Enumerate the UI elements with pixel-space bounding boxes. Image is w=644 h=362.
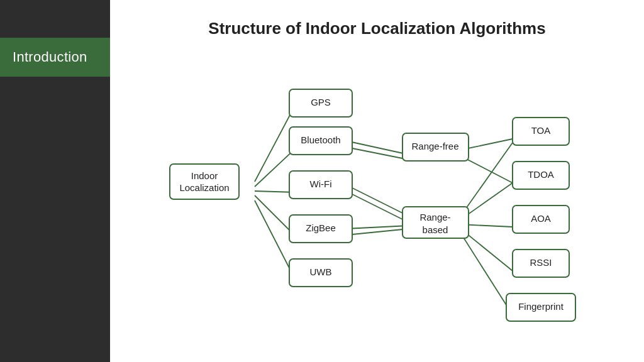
main-content: Structure of Indoor Localization Algorit… — [110, 0, 644, 362]
svg-text:ZigBee: ZigBee — [306, 222, 336, 233]
svg-text:UWB: UWB — [309, 266, 331, 277]
diagram-svg: Indoor Localization GPS Bluetooth Wi-Fi … — [157, 50, 597, 314]
svg-text:Localization: Localization — [179, 182, 229, 193]
svg-line-5 — [346, 141, 409, 155]
svg-text:Fingerprint: Fingerprint — [518, 301, 564, 312]
svg-text:Wi-Fi: Wi-Fi — [309, 178, 331, 189]
svg-text:TDOA: TDOA — [528, 169, 554, 180]
svg-line-7 — [346, 185, 409, 216]
svg-line-8 — [346, 191, 409, 222]
svg-line-17 — [459, 231, 513, 315]
svg-line-9 — [346, 226, 409, 229]
svg-text:RSSI: RSSI — [530, 257, 552, 268]
diagram-area: Indoor Localization GPS Bluetooth Wi-Fi … — [157, 50, 597, 314]
svg-text:Bluetooth: Bluetooth — [301, 134, 340, 145]
svg-text:AOA: AOA — [531, 213, 551, 224]
svg-text:GPS: GPS — [311, 97, 331, 107]
svg-text:TOA: TOA — [531, 125, 550, 136]
sidebar: Introduction — [0, 0, 110, 362]
svg-text:based: based — [422, 224, 448, 235]
svg-text:Indoor: Indoor — [191, 170, 218, 181]
svg-line-6 — [346, 147, 409, 160]
svg-text:Range-free: Range-free — [411, 141, 458, 151]
slide-title: Structure of Indoor Localization Algorit… — [208, 19, 545, 38]
svg-text:Range-: Range- — [419, 212, 450, 222]
svg-line-10 — [346, 229, 409, 235]
sidebar-item-introduction[interactable]: Introduction — [0, 38, 110, 77]
